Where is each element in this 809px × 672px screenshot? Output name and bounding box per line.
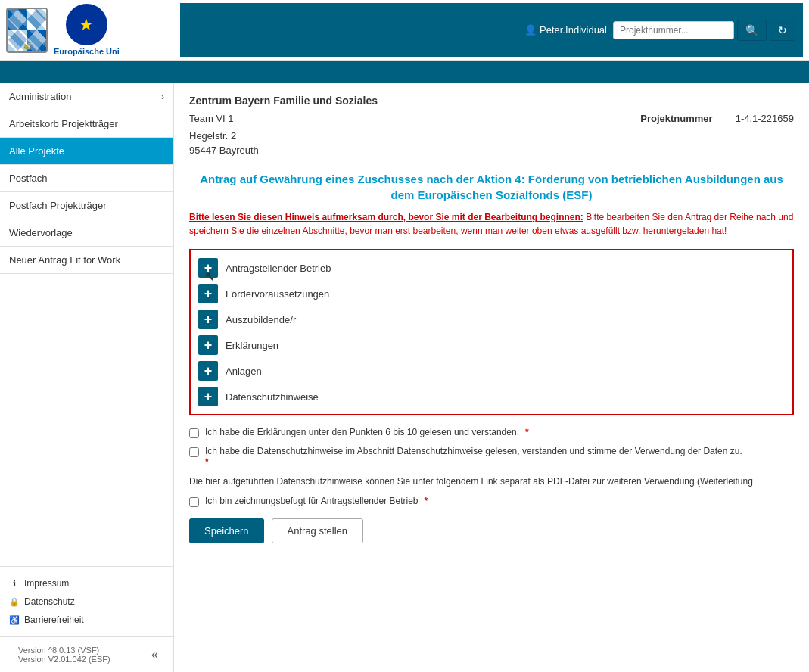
sidebar-item-arbeitskorb-label: Arbeitskorb Projektträger (9, 118, 118, 129)
svg-rect-0 (8, 9, 46, 51)
barrierefreiheit-link[interactable]: ♿ Barrierefreiheit (9, 611, 164, 629)
section-expand-erklaerungen[interactable]: + (198, 335, 218, 355)
main-content: Zentrum Bayern Familie und Soziales Team… (174, 83, 809, 672)
eu-text: Europäische Uni (54, 47, 120, 56)
impressum-link[interactable]: ℹ Impressum (9, 574, 164, 593)
team-label: Team VI 1 (189, 113, 234, 124)
svg-rect-1 (8, 9, 27, 30)
barrierefreiheit-label: Barrierefreiheit (24, 614, 84, 625)
page-title: Antrag auf Gewährung eines Zuschusses na… (189, 171, 794, 203)
sidebar-item-administration-label: Administration (9, 91, 71, 102)
sidebar-item-postfach-projekttraeger-label: Postfach Projektträger (9, 200, 107, 211)
warning-bold-text: Bitte lesen Sie diesen Hinweis aufmerksa… (189, 212, 583, 222)
header-right: 👤 Peter.Individual 🔍 ↻ (180, 3, 803, 57)
section-label-foerdervoraussetzungen: Fördervoraussetzungen (226, 288, 329, 300)
checkbox-zeichnungsbefugt[interactable] (189, 497, 199, 507)
section-label-antragstellender: Antragstellender Betrieb (226, 263, 331, 274)
checkbox-erklaerungen[interactable] (189, 428, 199, 438)
section-expand-auszubildende[interactable]: + (198, 310, 218, 329)
section-row-anlagen: + Anlagen (198, 361, 785, 381)
sidebar-item-postfach-label: Postfach (9, 173, 48, 184)
sidebar: Administration › Arbeitskorb Projektträg… (0, 83, 174, 672)
svg-rect-3 (8, 30, 27, 51)
refresh-button[interactable]: ↻ (770, 20, 795, 41)
section-row-foerdervoraussetzungen: + Fördervoraussetzungen (198, 284, 785, 303)
checkbox-row-3: Ich bin zeichnungsbefugt für Antragstell… (189, 496, 794, 507)
sidebar-item-wiedervorlage[interactable]: Wiedervorlage (0, 219, 173, 247)
proj-number-value: 1-4.1-221659 (736, 113, 794, 127)
svg-marker-7 (8, 30, 27, 51)
sidebar-item-wiedervorlage-label: Wiedervorlage (9, 227, 73, 238)
address1: Hegelstr. 2 (189, 130, 794, 142)
user-info: 👤 Peter.Individual (524, 24, 607, 36)
impressum-icon: ℹ (9, 578, 20, 589)
checkbox-datenschutz[interactable] (189, 447, 199, 457)
eu-logo-col: ★ Europäische Uni (54, 4, 120, 56)
svg-marker-5 (8, 9, 27, 30)
checkbox-row-1: Ich habe die Erklärungen unter den Punkt… (189, 427, 794, 438)
address2: 95447 Bayreuth (189, 145, 794, 156)
required-star-2: * (205, 456, 209, 467)
project-number-input[interactable] (613, 21, 734, 39)
btn-row: Speichern Antrag stellen (189, 518, 794, 558)
username: Peter.Individual (540, 24, 607, 36)
section-expand-antragstellender[interactable]: + ↖ (198, 258, 218, 278)
section-row-erklaerungen: + Erklärungen (198, 335, 785, 355)
svg-rect-4 (27, 30, 46, 51)
org-name: Zentrum Bayern Familie und Soziales (189, 95, 794, 107)
section-label-datenschutzhinweise: Datenschutzhinweise (226, 391, 319, 403)
sidebar-item-alle-projekte[interactable]: Alle Projekte (0, 138, 173, 165)
sidebar-item-postfach[interactable]: Postfach (0, 165, 173, 192)
main-layout: Administration › Arbeitskorb Projektträg… (0, 83, 809, 672)
svg-text:👑: 👑 (23, 42, 31, 50)
eu-logo: ★ (66, 4, 107, 45)
checkbox-erklaerungen-label: Ich habe die Erklärungen unter den Punkt… (205, 427, 519, 437)
svg-marker-8 (27, 30, 46, 51)
section-expand-anlagen[interactable]: + (198, 361, 218, 381)
sidebar-bottom: Version ^8.0.13 (VSF) Version V2.01.042 … (0, 636, 173, 672)
section-label-erklaerungen: Erklärungen (226, 340, 278, 351)
section-row-antragstellender: + ↖ Antragstellender Betrieb (198, 258, 785, 278)
search-button[interactable]: 🔍 (737, 20, 767, 41)
section-label-anlagen: Anlagen (226, 366, 262, 377)
sidebar-item-postfach-projekttraeger[interactable]: Postfach Projektträger (0, 192, 173, 219)
collapse-sidebar-button[interactable]: « (145, 642, 164, 667)
sidebar-item-arbeitskorb[interactable]: Arbeitskorb Projektträger (0, 110, 173, 138)
section-row-datenschutzhinweise: + Datenschutzhinweise (198, 387, 785, 406)
svg-rect-2 (27, 9, 46, 30)
section-expand-foerdervoraussetzungen[interactable]: + (198, 284, 218, 303)
datenschutz-link[interactable]: 🔒 Datenschutz (9, 593, 164, 611)
checkbox-datenschutz-label: Ich habe die Datenschutzhinweise im Absc… (205, 446, 742, 456)
info-text: Die hier aufgeführten Datenschutzhinweis… (189, 474, 794, 488)
antrag-stellen-button[interactable]: Antrag stellen (272, 518, 364, 543)
section-row-auszubildende: + Auszubildende/r (198, 310, 785, 329)
sections-container: + ↖ Antragstellender Betrieb + Fördervor… (189, 249, 794, 415)
datenschutz-label: Datenschutz (24, 596, 75, 607)
sidebar-item-neuer-antrag-label: Neuer Antrag Fit for Work (9, 254, 120, 266)
project-search: 🔍 ↻ (613, 20, 795, 41)
required-star-3: * (425, 496, 428, 506)
checkbox-zeichnungsbefugt-label: Ich bin zeichnungsbefugt für Antragstell… (205, 496, 419, 506)
logo-area: 👑 ★ Europäische Uni (6, 4, 180, 56)
chevron-right-icon: › (161, 92, 164, 102)
sidebar-item-administration[interactable]: Administration › (0, 83, 173, 110)
accent-bar (0, 61, 809, 83)
section-expand-datenschutzhinweise[interactable]: + (198, 387, 218, 406)
section-label-auszubildende: Auszubildende/r (226, 314, 296, 325)
checkbox-row-2: Ich habe die Datenschutzhinweise im Absc… (189, 446, 794, 467)
warning-box: Bitte lesen Sie diesen Hinweis aufmerksa… (189, 210, 794, 238)
proj-number-label: Projektnummer (640, 113, 712, 127)
svg-marker-6 (27, 9, 46, 30)
bavaria-logo: 👑 (6, 8, 48, 53)
top-header: 👑 ★ Europäische Uni 👤 Peter.Individual 🔍… (0, 0, 809, 61)
version-text: Version ^8.0.13 (VSF) Version V2.01.042 … (9, 642, 120, 667)
user-icon: 👤 (524, 24, 537, 36)
datenschutz-icon: 🔒 (9, 596, 20, 607)
impressum-label: Impressum (24, 578, 69, 589)
sidebar-item-alle-projekte-label: Alle Projekte (9, 145, 64, 157)
sidebar-item-neuer-antrag[interactable]: Neuer Antrag Fit for Work (0, 247, 173, 274)
sidebar-footer: ℹ Impressum 🔒 Datenschutz ♿ Barrierefrei… (0, 566, 173, 636)
required-star-1: * (525, 427, 529, 437)
save-button[interactable]: Speichern (189, 518, 264, 543)
barrierefreiheit-icon: ♿ (9, 614, 20, 625)
